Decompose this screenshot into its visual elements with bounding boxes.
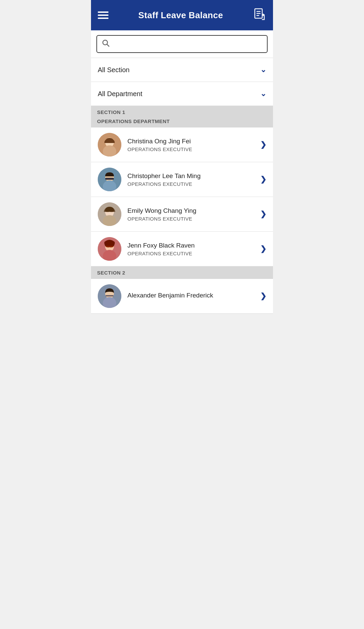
staff-role: OPERATIONS EXECUTIVE xyxy=(127,146,257,152)
list-item[interactable]: Emily Wong Chang Ying OPERATIONS EXECUTI… xyxy=(91,197,273,232)
list-item[interactable]: Jenn Foxy Black Raven OPERATIONS EXECUTI… xyxy=(91,232,273,266)
section-1-title: SECTION 1 xyxy=(97,109,267,115)
chevron-right-icon: ❯ xyxy=(260,292,266,301)
staff-name: Christina Ong Jing Fei xyxy=(127,138,257,145)
department-filter[interactable]: All Department ⌄ xyxy=(91,82,273,106)
staff-info: Christina Ong Jing Fei OPERATIONS EXECUT… xyxy=(127,138,257,152)
staff-role: OPERATIONS EXECUTIVE xyxy=(127,181,257,187)
staff-role: OPERATIONS EXECUTIVE xyxy=(127,251,257,256)
avatar xyxy=(98,284,121,308)
chevron-down-icon: ⌄ xyxy=(260,65,266,74)
svg-line-5 xyxy=(107,45,110,47)
department-filter-label: All Department xyxy=(98,90,142,98)
app-header: Staff Leave Balance xyxy=(91,0,273,30)
section-2-title: SECTION 2 xyxy=(97,270,267,276)
menu-button[interactable] xyxy=(98,11,109,19)
avatar xyxy=(98,133,121,156)
staff-info: Emily Wong Chang Ying OPERATIONS EXECUTI… xyxy=(127,207,257,222)
report-icon[interactable] xyxy=(253,7,266,23)
svg-point-4 xyxy=(103,40,108,45)
staff-list-section-1: Christina Ong Jing Fei OPERATIONS EXECUT… xyxy=(91,127,273,266)
search-icon xyxy=(102,39,110,49)
chevron-right-icon: ❯ xyxy=(260,140,266,149)
chevron-down-icon: ⌄ xyxy=(260,89,266,98)
search-container xyxy=(91,30,273,58)
section-1-header: SECTION 1 xyxy=(91,106,273,118)
search-box[interactable] xyxy=(96,35,268,53)
section-filter[interactable]: All Section ⌄ xyxy=(91,58,273,82)
staff-info: Jenn Foxy Black Raven OPERATIONS EXECUTI… xyxy=(127,242,257,256)
department-1-header: OPERATIONS DEPARTMENT xyxy=(91,118,273,127)
department-1-title: OPERATIONS DEPARTMENT xyxy=(97,118,267,124)
filters-container: All Section ⌄ All Department ⌄ xyxy=(91,58,273,106)
list-item[interactable]: Christina Ong Jing Fei OPERATIONS EXECUT… xyxy=(91,127,273,162)
staff-info: Christopher Lee Tan Ming OPERATIONS EXEC… xyxy=(127,172,257,187)
staff-name: Christopher Lee Tan Ming xyxy=(127,172,257,180)
avatar xyxy=(98,237,121,261)
chevron-right-icon: ❯ xyxy=(260,245,266,253)
search-input[interactable] xyxy=(113,40,262,48)
list-item[interactable]: Alexander Benjamin Frederick ❯ xyxy=(91,279,273,314)
staff-info: Alexander Benjamin Frederick xyxy=(127,292,257,301)
page-title: Staff Leave Balance xyxy=(138,10,223,21)
staff-role: OPERATIONS EXECUTIVE xyxy=(127,216,257,222)
chevron-right-icon: ❯ xyxy=(260,175,266,184)
svg-rect-12 xyxy=(105,178,114,180)
staff-name: Jenn Foxy Black Raven xyxy=(127,242,257,249)
section-filter-label: All Section xyxy=(98,66,130,74)
avatar xyxy=(98,168,121,191)
avatar xyxy=(98,202,121,226)
list-item[interactable]: Christopher Lee Tan Ming OPERATIONS EXEC… xyxy=(91,162,273,197)
staff-name: Emily Wong Chang Ying xyxy=(127,207,257,215)
staff-list-section-2: Alexander Benjamin Frederick ❯ xyxy=(91,279,273,314)
section-2-header: SECTION 2 xyxy=(91,266,273,279)
chevron-right-icon: ❯ xyxy=(260,210,266,219)
staff-name: Alexander Benjamin Frederick xyxy=(127,292,257,299)
svg-rect-22 xyxy=(105,295,114,296)
